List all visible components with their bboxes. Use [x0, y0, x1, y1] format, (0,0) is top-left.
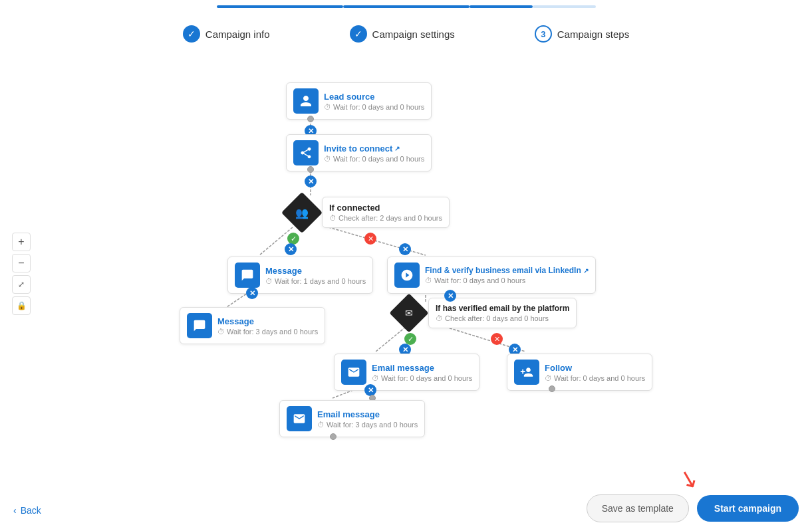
progress-line-2 — [343, 5, 470, 8]
zoom-out-button[interactable]: − — [12, 254, 31, 272]
fit-screen-button[interactable]: ⤢ — [12, 275, 31, 294]
dot-follow-bottom — [549, 385, 555, 392]
invite-connect-wait: ⏱ Wait for: 0 days and 0 hours — [324, 155, 424, 163]
message1-info: Message ⏱ Wait for: 1 days and 0 hours — [265, 266, 366, 285]
message2-title: Message — [217, 316, 318, 326]
lock-button[interactable]: 🔒 — [12, 296, 31, 315]
campaign-canvas: Lead source ⏱ Wait for: 0 days and 0 hou… — [0, 49, 812, 508]
node-if-connected[interactable]: 👥 If connected ⏱ Check after: 2 days and… — [287, 197, 450, 228]
remove-btn-6[interactable]: ✕ — [364, 384, 376, 396]
email-msg2-wait: ⏱ Wait for: 3 days and 0 hours — [317, 421, 418, 429]
steps-wrapper: ✓ Campaign info ✓ Campaign settings 3 Ca… — [143, 12, 669, 43]
step-campaign-settings[interactable]: ✓ Campaign settings — [350, 25, 455, 43]
node-lead-source[interactable]: Lead source ⏱ Wait for: 0 days and 0 hou… — [286, 82, 432, 120]
email-msg2-icon — [287, 406, 312, 431]
remove-btn-2[interactable]: ✕ — [305, 175, 317, 187]
back-label: Back — [21, 505, 41, 516]
dot-1 — [307, 116, 314, 122]
if-connected-title: If connected — [329, 203, 442, 213]
email-msg1-info: Email message ⏱ Wait for: 0 days and 0 h… — [372, 363, 472, 382]
message2-wait: ⏱ Wait for: 3 days and 0 hours — [217, 328, 318, 336]
step-campaign-info[interactable]: ✓ Campaign info — [183, 25, 270, 43]
email-msg2-title: Email message — [317, 409, 418, 419]
step1-check-icon: ✓ — [183, 25, 200, 43]
follow-icon — [514, 360, 539, 385]
step3-label: Campaign steps — [557, 29, 629, 40]
remove-btn-4[interactable]: ✕ — [246, 287, 258, 299]
remove-btn-3b[interactable]: ✕ — [399, 243, 411, 255]
remove-btn-find[interactable]: ✕ — [444, 290, 456, 302]
zoom-in-button[interactable]: + — [12, 233, 31, 251]
step-campaign-steps[interactable]: 3 Campaign steps — [535, 25, 629, 43]
node-if-email[interactable]: ✉ If has verified email by the platform … — [395, 298, 577, 328]
step3-number-icon: 3 — [535, 25, 552, 43]
zoom-controls: + − ⤢ 🔒 — [12, 233, 31, 315]
if-connected-info: If connected ⏱ Check after: 2 days and 0… — [329, 203, 442, 222]
lead-source-title: Lead source — [324, 92, 424, 102]
progress-line-1 — [217, 5, 343, 8]
if-email-info: If has verified email by the platform ⏱ … — [436, 304, 569, 322]
save-template-button[interactable]: Save as template — [587, 494, 689, 522]
progress-line-3b — [533, 5, 596, 8]
node-email-msg2[interactable]: Email message ⏱ Wait for: 3 days and 0 h… — [279, 400, 425, 437]
progress-header: ✓ Campaign info ✓ Campaign settings 3 Ca… — [0, 0, 812, 49]
svg-line-3 — [329, 227, 426, 255]
find-email-info: Find & verify business email via LinkedI… — [425, 266, 589, 284]
lead-source-wait: ⏱ Wait for: 0 days and 0 hours — [324, 103, 424, 111]
dot-2 — [307, 166, 314, 173]
back-chevron-icon: ‹ — [13, 505, 17, 516]
message2-icon — [187, 313, 212, 338]
remove-btn-3a[interactable]: ✕ — [285, 243, 297, 255]
message1-wait: ⏱ Wait for: 1 days and 0 hours — [265, 277, 366, 285]
back-button[interactable]: ‹ Back — [13, 505, 41, 516]
node-invite-connect[interactable]: Invite to connect ↗ ⏱ Wait for: 0 days a… — [286, 134, 432, 171]
node-email-msg1[interactable]: Email message ⏱ Wait for: 0 days and 0 h… — [334, 354, 479, 391]
bottom-actions: Save as template Start campaign — [587, 494, 799, 522]
if-connected-wait: ⏱ Check after: 2 days and 0 hours — [329, 214, 442, 222]
node-message2[interactable]: Message ⏱ Wait for: 3 days and 0 hours — [180, 307, 325, 344]
message1-icon — [235, 263, 260, 288]
step2-label: Campaign settings — [372, 29, 455, 40]
invite-connect-icon — [293, 140, 319, 165]
find-email-icon — [394, 263, 420, 288]
node-follow[interactable]: Follow ⏱ Wait for: 0 days and 0 hours — [507, 354, 652, 391]
invite-connect-info: Invite to connect ↗ ⏱ Wait for: 0 days a… — [324, 144, 424, 163]
message1-title: Message — [265, 266, 366, 276]
lead-source-icon — [293, 88, 319, 114]
email-msg1-title: Email message — [372, 363, 472, 373]
find-email-wait: ⏱ Wait for: 0 days and 0 hours — [425, 276, 589, 284]
email-msg1-icon — [341, 360, 366, 385]
invite-connect-title: Invite to connect ↗ — [324, 144, 424, 154]
lead-source-info: Lead source ⏱ Wait for: 0 days and 0 hou… — [324, 92, 424, 111]
follow-title: Follow — [545, 363, 645, 373]
message2-info: Message ⏱ Wait for: 3 days and 0 hours — [217, 316, 318, 336]
start-campaign-button[interactable]: Start campaign — [697, 495, 799, 522]
cross-email-no: ✕ — [491, 333, 503, 345]
if-email-title: If has verified email by the platform — [436, 304, 569, 313]
progress-line-3a — [470, 5, 533, 8]
if-email-wait: ⏱ Check after: 0 days and 0 hours — [436, 314, 569, 322]
follow-wait: ⏱ Wait for: 0 days and 0 hours — [545, 374, 645, 382]
step2-check-icon: ✓ — [350, 25, 367, 43]
email-msg1-wait: ⏱ Wait for: 0 days and 0 hours — [372, 374, 472, 382]
email-msg2-info: Email message ⏱ Wait for: 3 days and 0 h… — [317, 409, 418, 429]
find-email-title: Find & verify business email via LinkedI… — [425, 266, 589, 275]
step1-label: Campaign info — [205, 29, 270, 40]
follow-info: Follow ⏱ Wait for: 0 days and 0 hours — [545, 363, 645, 382]
cross-no-icon: ✕ — [364, 233, 376, 245]
dot-email2-bottom — [330, 433, 337, 440]
node-find-email[interactable]: Find & verify business email via LinkedI… — [387, 257, 596, 294]
